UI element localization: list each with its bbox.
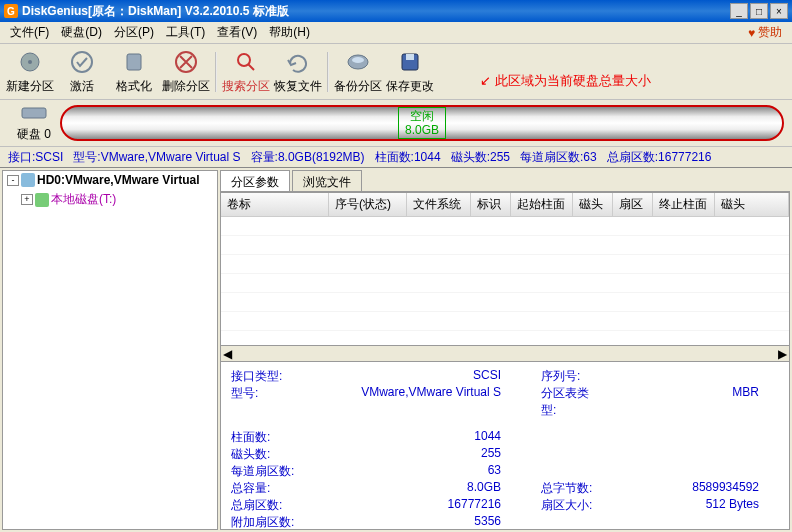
tot-sec-label: 总扇区数: xyxy=(231,497,311,514)
disk-icon xyxy=(20,104,48,122)
disk-tree[interactable]: - HD0:VMware,VMware Virtual + 本地磁盘(T:) xyxy=(2,170,218,530)
main-area: - HD0:VMware,VMware Virtual + 本地磁盘(T:) 分… xyxy=(0,168,792,532)
cap-value: 8.0GB xyxy=(311,480,501,497)
window-title: DiskGenius[原名：DiskMan] V3.2.2010.5 标准版 xyxy=(22,3,728,20)
annotation-text: 此区域为当前硬盘总量大小 xyxy=(480,72,651,90)
disk-info-bar: 接口:SCSI 型号:VMware,VMware Virtual S 容量:8.… xyxy=(0,146,792,168)
model-label: 型号: xyxy=(231,385,311,419)
col-fs[interactable]: 文件系统 xyxy=(407,193,471,216)
delete-icon xyxy=(172,48,200,76)
col-seq[interactable]: 序号(状态) xyxy=(329,193,407,216)
expand-icon[interactable]: - xyxy=(7,175,19,186)
iface-type-value: SCSI xyxy=(311,368,501,385)
part-table-value: MBR xyxy=(601,385,779,419)
col-flag[interactable]: 标识 xyxy=(471,193,511,216)
expand-icon[interactable]: + xyxy=(21,194,33,205)
title-bar: G DiskGenius[原名：DiskMan] V3.2.2010.5 标准版… xyxy=(0,0,792,22)
backup-partition-button[interactable]: 备份分区 xyxy=(332,47,384,97)
head-label: 磁头数: xyxy=(231,446,311,463)
svg-rect-11 xyxy=(22,108,46,118)
cyl-label: 柱面数: xyxy=(231,429,311,446)
tab-partition-params[interactable]: 分区参数 xyxy=(220,170,290,191)
tab-browse-files[interactable]: 浏览文件 xyxy=(292,170,362,191)
menu-file[interactable]: 文件(F) xyxy=(4,22,55,43)
save-icon xyxy=(396,48,424,76)
disk-bar-area: 硬盘 0 空闲 8.0GB xyxy=(0,100,792,146)
sponsor-link[interactable]: ♥ 赞助 xyxy=(748,24,788,41)
search-partition-button[interactable]: 搜索分区 xyxy=(220,47,272,97)
svg-point-2 xyxy=(72,52,92,72)
iface-type-label: 接口类型: xyxy=(231,368,311,385)
maximize-button[interactable]: □ xyxy=(750,3,768,19)
model-value: VMware,VMware Virtual S xyxy=(311,385,501,419)
sec-size-label: 扇区大小: xyxy=(501,497,601,514)
volume-icon xyxy=(35,193,49,207)
add-sec-value: 5356 xyxy=(311,514,501,530)
sec-size-value: 512 Bytes xyxy=(601,497,779,514)
search-icon xyxy=(232,48,260,76)
svg-point-1 xyxy=(28,60,32,64)
delete-partition-button[interactable]: 删除分区 xyxy=(160,47,212,97)
tot-sec-value: 16777216 xyxy=(311,497,501,514)
menu-tools[interactable]: 工具(T) xyxy=(160,22,211,43)
grid-body[interactable] xyxy=(221,217,789,345)
app-icon: G xyxy=(4,4,18,18)
toolbar-separator xyxy=(327,52,329,92)
horizontal-scrollbar[interactable]: ◀▶ xyxy=(221,345,789,361)
spt-label: 每道扇区数: xyxy=(231,463,311,480)
svg-rect-10 xyxy=(406,54,414,60)
bytes-value: 8589934592 xyxy=(601,480,779,497)
backup-icon xyxy=(344,48,372,76)
menu-partition[interactable]: 分区(P) xyxy=(108,22,160,43)
activate-button[interactable]: 激活 xyxy=(56,47,108,97)
serial-label: 序列号: xyxy=(501,368,601,385)
col-sector[interactable]: 扇区 xyxy=(613,193,653,216)
cyl-value: 1044 xyxy=(311,429,501,446)
recover-icon xyxy=(284,48,312,76)
new-disk-icon xyxy=(16,48,44,76)
disk-capacity-bar[interactable]: 空闲 8.0GB xyxy=(60,105,784,141)
svg-point-8 xyxy=(352,57,364,63)
svg-rect-3 xyxy=(127,54,141,70)
spt-value: 63 xyxy=(311,463,501,480)
close-button[interactable]: × xyxy=(770,3,788,19)
col-volume[interactable]: 卷标 xyxy=(221,193,329,216)
toolbar-separator xyxy=(215,52,217,92)
part-table-label: 分区表类型: xyxy=(501,385,601,419)
save-changes-button[interactable]: 保存更改 xyxy=(384,47,436,97)
tree-item-hd0[interactable]: - HD0:VMware,VMware Virtual xyxy=(3,171,217,189)
format-button[interactable]: 格式化 xyxy=(108,47,160,97)
menu-view[interactable]: 查看(V) xyxy=(211,22,263,43)
col-end-cyl[interactable]: 终止柱面 xyxy=(653,193,715,216)
disk-capacity-box: 空闲 8.0GB xyxy=(398,107,446,140)
right-panel: 分区参数 浏览文件 卷标 序号(状态) 文件系统 标识 起始柱面 磁头 扇区 终… xyxy=(220,170,790,530)
activate-icon xyxy=(68,48,96,76)
col-start-cyl[interactable]: 起始柱面 xyxy=(511,193,573,216)
head-value: 255 xyxy=(311,446,501,463)
menu-disk[interactable]: 硬盘(D) xyxy=(55,22,108,43)
recover-file-button[interactable]: 恢复文件 xyxy=(272,47,324,97)
add-sec-label: 附加扇区数: xyxy=(231,514,311,530)
svg-line-6 xyxy=(248,64,254,70)
tab-bar: 分区参数 浏览文件 xyxy=(220,170,790,192)
toolbar: 新建分区 激活 格式化 删除分区 搜索分区 恢复文件 备份分区 保存更改 此区域… xyxy=(0,44,792,100)
minimize-button[interactable]: _ xyxy=(730,3,748,19)
bytes-label: 总字节数: xyxy=(501,480,601,497)
col-head[interactable]: 磁头 xyxy=(573,193,613,216)
new-partition-button[interactable]: 新建分区 xyxy=(4,47,56,97)
heart-icon: ♥ xyxy=(748,26,755,40)
col-head2[interactable]: 磁头 xyxy=(715,193,789,216)
disk-label: 硬盘 0 xyxy=(8,104,60,143)
tree-item-local[interactable]: + 本地磁盘(T:) xyxy=(3,189,217,210)
partition-grid[interactable]: 卷标 序号(状态) 文件系统 标识 起始柱面 磁头 扇区 终止柱面 磁头 ◀▶ xyxy=(220,192,790,362)
menu-bar: 文件(F) 硬盘(D) 分区(P) 工具(T) 查看(V) 帮助(H) ♥ 赞助 xyxy=(0,22,792,44)
cap-label: 总容量: xyxy=(231,480,311,497)
details-panel: 接口类型: SCSI 序列号: 型号: VMware,VMware Virtua… xyxy=(220,362,790,530)
grid-header: 卷标 序号(状态) 文件系统 标识 起始柱面 磁头 扇区 终止柱面 磁头 xyxy=(221,193,789,217)
disk-icon xyxy=(21,173,35,187)
format-icon xyxy=(120,48,148,76)
menu-help[interactable]: 帮助(H) xyxy=(263,22,316,43)
